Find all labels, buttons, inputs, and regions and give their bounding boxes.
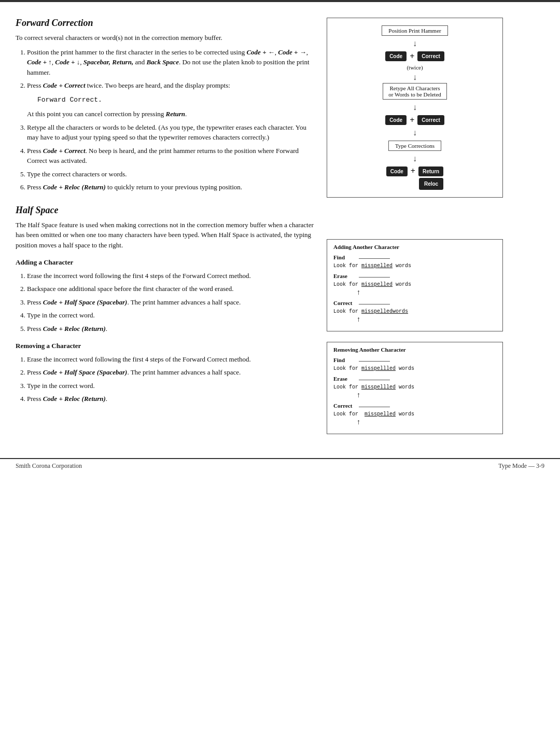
correct-row: Correct Look for misspelledwords ↑ <box>333 300 496 324</box>
rem-erase-text: Look for misspellled words <box>333 384 496 391</box>
section1-intro: To correct several characters or word(s)… <box>16 33 316 43</box>
correct-text: Look for misspelledwords <box>333 308 496 315</box>
arrow1: ↓ <box>413 39 417 48</box>
step-4: Press Code + Correct. No beep is heard, … <box>27 146 316 166</box>
find-text: Look for misspelled words <box>333 262 496 270</box>
rem-correct-row: Correct Look for misspelled words ↑ <box>333 403 496 426</box>
step-5: Type the correct characters or words. <box>27 169 316 179</box>
erase-text: Look for misspelled words <box>333 281 496 288</box>
rem-find-row: Find Look for misspellled words <box>333 357 496 372</box>
section1-steps: Position the print hammer to the first c… <box>27 47 316 192</box>
arrow3: ↓ <box>413 103 417 112</box>
correct-key-1: Correct <box>417 51 444 61</box>
right-column: Position Print Hammer ↓ Code + Correct (… <box>327 18 503 442</box>
adding-character-heading: Adding a Character <box>16 257 316 268</box>
step-2: Press Code + Correct twice. Two beeps ar… <box>27 80 316 119</box>
forward-correct-prompt: Forward Correct. <box>37 95 316 105</box>
removing-steps: Erase the incorrect word following the f… <box>27 354 316 404</box>
removing-character-heading: Removing a Character <box>16 341 316 351</box>
step3-label: Type Corrections <box>388 141 441 151</box>
twice-label: (twice) <box>407 64 423 71</box>
add-step-3: Press Code + Half Space (Spacebar). The … <box>27 297 316 308</box>
find-row: Find Look for misspelled words <box>333 254 496 270</box>
adding-diagram: Adding Another Character Find Look for m… <box>327 239 503 331</box>
section2-intro: The Half Space feature is used when maki… <box>16 220 316 251</box>
erase-row: Erase Look for misspelled words ↑ <box>333 273 496 297</box>
rem-correct-label: Correct <box>333 403 357 409</box>
section2-title: Half Space <box>16 205 316 216</box>
removing-diagram-title: Removing Another Character <box>333 346 496 353</box>
step-3: Retype all the characters or words to be… <box>27 122 316 143</box>
rem-erase-row: Erase Look for misspellled words ↑ <box>333 376 496 399</box>
flow-diagram: Position Print Hammer ↓ Code + Correct (… <box>327 18 503 198</box>
step1-label: Position Print Hammer <box>382 25 447 36</box>
plus-3: + <box>411 167 415 176</box>
plus-2: + <box>410 116 414 125</box>
removing-diagram: Removing Another Character Find Look for… <box>327 342 503 434</box>
footer-right: Type Mode — 3-9 <box>498 462 544 470</box>
return-key: Return <box>418 167 443 176</box>
erase-arrow: ↑ <box>333 288 496 297</box>
rem-step-4: Press Code + Reloc (Return). <box>27 394 316 404</box>
key-row-1: Code + Correct <box>385 51 444 61</box>
add-step-4: Type in the correct word. <box>27 310 316 321</box>
add-step-1: Erase the incorrect word following the f… <box>27 271 316 281</box>
plus-1: + <box>410 52 414 61</box>
page: Forward Correction To correct several ch… <box>0 0 560 735</box>
rem-erase-label: Erase <box>333 376 357 382</box>
step-6: Press Code + Reloc (Return) to quickly r… <box>27 182 316 192</box>
step-1: Position the print hammer to the first c… <box>27 47 316 78</box>
rem-step-2: Press Code + Half Space (Spacebar). The … <box>27 367 316 378</box>
erase-label: Erase <box>333 273 357 279</box>
footer: Smith Corona Corporation Type Mode — 3-9 <box>0 458 560 473</box>
rem-find-label: Find <box>333 357 357 363</box>
correct-key-2: Correct <box>417 115 444 125</box>
rem-find-text: Look for misspellled words <box>333 365 496 372</box>
correct-arrow: ↑ <box>333 315 496 324</box>
find-label: Find <box>333 254 357 260</box>
adding-steps: Erase the incorrect word following the f… <box>27 271 316 334</box>
rem-step-1: Erase the incorrect word following the f… <box>27 354 316 365</box>
left-column: Forward Correction To correct several ch… <box>16 18 316 442</box>
add-step-5: Press Code + Reloc (Return). <box>27 324 316 334</box>
rem-correct-arrow: ↑ <box>333 418 496 426</box>
footer-left: Smith Corona Corporation <box>16 462 82 470</box>
adding-diagram-title: Adding Another Character <box>333 244 496 250</box>
step2-label: Retype All Characters or Words to be Del… <box>383 83 447 100</box>
key-row-3: Code + Return Reloc <box>386 167 443 190</box>
code-key-2: Code <box>385 115 407 125</box>
code-key-1: Code <box>385 51 407 61</box>
add-step-2: Backspace one additional space before th… <box>27 284 316 294</box>
rem-erase-arrow: ↑ <box>333 391 496 399</box>
rem-correct-text: Look for misspelled words <box>333 411 496 418</box>
arrow2: ↓ <box>413 73 417 82</box>
arrow5: ↓ <box>413 154 417 163</box>
arrow4: ↓ <box>413 128 417 137</box>
section1-title: Forward Correction <box>16 18 316 29</box>
correct-label: Correct <box>333 300 357 306</box>
key-row-2: Code + Correct <box>385 115 444 125</box>
rem-step-3: Type in the correct word. <box>27 381 316 391</box>
reloc-key: Reloc <box>419 178 443 190</box>
code-key-3: Code <box>386 167 408 176</box>
